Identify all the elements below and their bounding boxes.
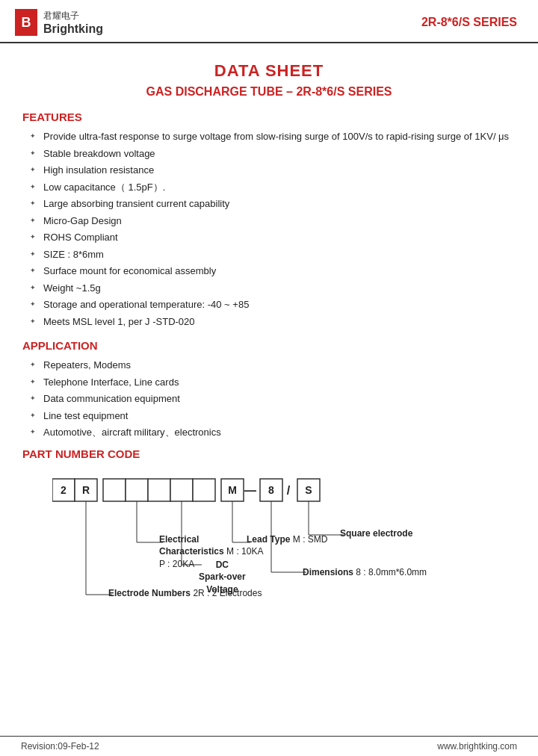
svg-rect-2 <box>75 479 97 501</box>
feature-item: Low capacitance（ 1.5pF）. <box>30 180 516 195</box>
svg-rect-7 <box>170 479 193 501</box>
feature-item: Large absorbing transient current capabi… <box>30 196 516 211</box>
logo-icon: B <box>15 9 37 36</box>
part-number-title: PART NUMBER CODE <box>22 447 516 460</box>
feature-item: Surface mount for economical assembly <box>30 264 516 279</box>
logo-text: 君耀电子 Brightking <box>43 10 103 36</box>
dc-spark-label: DCSpark-overVoltage <box>199 559 246 596</box>
svg-text:M: M <box>228 484 237 496</box>
svg-text:—: — <box>244 484 256 497</box>
main-content: DATA SHEET GAS DISCHARGE TUBE – 2R-8*6/S… <box>0 43 538 684</box>
feature-item: Stable breakdown voltage <box>30 146 516 161</box>
app-item: Automotive、aircraft military、electronics <box>30 425 516 440</box>
app-item: Data communication equipment <box>30 391 516 406</box>
dimensions-label: Dimensions 8 : 8.0mm*6.0mm <box>303 566 427 579</box>
application-title: APPLICATION <box>22 339 516 352</box>
feature-item: Meets MSL level 1, per J -STD-020 <box>30 315 516 329</box>
svg-text:R: R <box>82 484 90 496</box>
feature-item: Provide ultra-fast response to surge vol… <box>30 129 516 144</box>
svg-rect-0 <box>52 479 75 501</box>
svg-text:8: 8 <box>268 484 274 496</box>
features-list: Provide ultra-fast response to surge vol… <box>22 129 516 329</box>
revision-text: Revision:09-Feb-12 <box>21 741 99 752</box>
page-header: B 君耀电子 Brightking 2R-8*6/S SERIES <box>0 0 538 43</box>
logo-en: Brightking <box>43 22 103 36</box>
svg-rect-15 <box>297 479 320 501</box>
application-list: Repeaters, ModemsTelephone Interface, Li… <box>22 358 516 440</box>
app-item: Repeaters, Modems <box>30 358 516 373</box>
feature-item: Storage and operational temperature: -40… <box>30 297 516 312</box>
svg-rect-4 <box>103 479 126 501</box>
feature-item: Weight ~1.5g <box>30 281 516 296</box>
svg-text:/: / <box>287 484 291 497</box>
svg-rect-9 <box>221 479 244 501</box>
part-number-diagram: 2 R M — 8 / S <box>52 475 486 669</box>
page-footer: Revision:09-Feb-12 www.brightking.com <box>0 736 538 756</box>
website-text: www.brightking.com <box>437 741 517 752</box>
series-label: 2R-8*6/S SERIES <box>421 16 517 29</box>
doc-title: DATA SHEET <box>22 61 516 81</box>
app-item: Telephone Interface, Line cards <box>30 375 516 390</box>
doc-subtitle: GAS DISCHARGE TUBE – 2R-8*6/S SERIES <box>22 85 516 99</box>
logo-area: B 君耀电子 Brightking <box>15 9 103 36</box>
logo-cn: 君耀电子 <box>43 10 103 22</box>
svg-text:S: S <box>305 484 312 496</box>
svg-text:2: 2 <box>61 484 67 496</box>
feature-item: SIZE : 8*6mm <box>30 247 516 262</box>
feature-item: Micro-Gap Design <box>30 214 516 229</box>
app-item: Line test equipment <box>30 409 516 424</box>
features-title: FEATURES <box>22 111 516 123</box>
square-electrode-label: Square electrode <box>340 527 412 540</box>
svg-rect-5 <box>126 479 148 501</box>
feature-item: ROHS Compliant <box>30 230 516 245</box>
feature-item: High insulation resistance <box>30 163 516 178</box>
lead-type-label: Lead Type M : SMD <box>247 533 327 546</box>
svg-rect-6 <box>148 479 170 501</box>
svg-rect-12 <box>260 479 282 501</box>
svg-rect-8 <box>193 479 215 501</box>
